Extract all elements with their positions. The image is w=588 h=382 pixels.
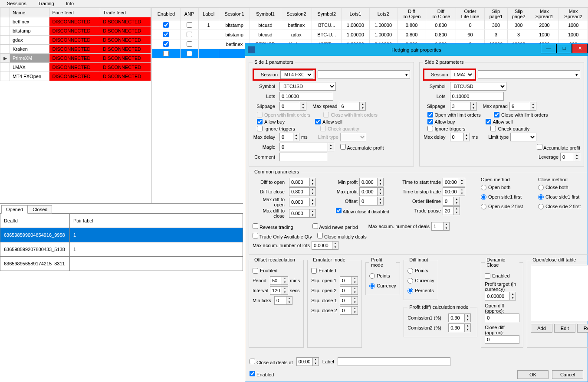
- di-percents-radio[interactable]: Percents: [407, 286, 434, 295]
- ok-button[interactable]: OK: [517, 370, 549, 379]
- grid-col[interactable]: Session2: [281, 8, 312, 20]
- close-all-chk[interactable]: Close all deals at: [250, 359, 293, 365]
- deal-id[interactable]: 636598599207800433_5138: [0, 242, 70, 257]
- em-sc1-input[interactable]: ▲▼: [340, 296, 358, 305]
- close-all-input[interactable]: ▲▼: [296, 357, 319, 366]
- grid-anp[interactable]: [180, 30, 198, 39]
- side1-delay-input[interactable]: ▲▼: [279, 133, 299, 141]
- side2-session-select[interactable]: LMAX: [451, 70, 473, 79]
- grid-col[interactable]: OrderLifeTime: [456, 8, 485, 20]
- close-s1-radio[interactable]: Close side1 first: [538, 193, 588, 201]
- side2-accum-chk[interactable]: Accumulate profit: [537, 144, 580, 150]
- dc-close-diff-input[interactable]: [485, 335, 519, 344]
- side2-lots-input[interactable]: [450, 92, 504, 101]
- or-period-input[interactable]: ▲▼: [270, 276, 288, 285]
- grid-anp[interactable]: [180, 20, 198, 30]
- row-indicator[interactable]: [0, 26, 10, 36]
- side2-delay-input[interactable]: ▲▼: [450, 133, 470, 141]
- side1-comment-input[interactable]: [279, 153, 327, 161]
- side1-allow-sell-chk[interactable]: Allow sell: [315, 119, 342, 124]
- or-enabled-chk[interactable]: Enabled: [253, 266, 300, 275]
- grid-label[interactable]: [198, 30, 219, 39]
- side1-slip-input[interactable]: ▲▼: [279, 102, 306, 111]
- maxp-input[interactable]: ▲▼: [359, 187, 384, 196]
- session-name[interactable]: MT4 FXOpen: [10, 72, 49, 81]
- grid-enabled[interactable]: [152, 39, 180, 49]
- side1-accum-chk[interactable]: Accumulate profit: [340, 144, 384, 150]
- maximize-button[interactable]: □: [556, 44, 572, 53]
- row-indicator[interactable]: ▶: [0, 54, 10, 63]
- session-name[interactable]: bitstamp: [10, 26, 49, 36]
- close-button[interactable]: ✕: [572, 44, 588, 53]
- close-mult-chk[interactable]: Close multiply deals: [317, 233, 367, 239]
- dt-add-button[interactable]: Add: [531, 324, 552, 333]
- side2-session2-select[interactable]: ▾: [478, 70, 581, 79]
- side1-lots-input[interactable]: [279, 92, 333, 101]
- side2-ignore-trig-chk[interactable]: Ignore triggers: [427, 126, 466, 131]
- enabled-chk[interactable]: Enabled: [250, 372, 274, 377]
- avoid-news-chk[interactable]: Avoid news period: [312, 223, 358, 230]
- side1-ignore-trig-chk[interactable]: Ignore triggers: [257, 126, 295, 131]
- tst-input[interactable]: ▲▼: [443, 178, 465, 186]
- olt-input[interactable]: ▲▼: [443, 197, 460, 206]
- session-name[interactable]: gdax: [10, 36, 49, 45]
- close-s2-radio[interactable]: Close side 2 first: [538, 202, 588, 211]
- deal-pair[interactable]: 1: [70, 242, 243, 257]
- mdtc-input[interactable]: ▲▼: [289, 209, 316, 218]
- trade-only-chk[interactable]: Trade Only Available Qty: [253, 233, 312, 239]
- menu-info[interactable]: Info: [61, 0, 79, 7]
- deal-id[interactable]: 636598599004854916_9958: [0, 228, 70, 242]
- row-indicator[interactable]: [0, 63, 10, 72]
- grid-col[interactable]: MaxSpread1: [530, 8, 559, 20]
- menu-trading[interactable]: Trading: [33, 0, 59, 7]
- deal-pair[interactable]: 1: [70, 228, 243, 242]
- open-s1-radio[interactable]: Open side1 first: [481, 193, 533, 201]
- row-indicator[interactable]: [0, 72, 10, 81]
- dto-input[interactable]: ▲▼: [289, 178, 316, 186]
- side2-slip-input[interactable]: ▲▼: [450, 102, 477, 111]
- side2-spread-input[interactable]: ▲▼: [509, 102, 536, 111]
- side2-allow-sell-chk[interactable]: Allow sell: [486, 119, 513, 124]
- side2-close-limit-chk[interactable]: Close with limit orders: [494, 112, 548, 118]
- side1-symbol-select[interactable]: BTCUSD: [279, 82, 336, 91]
- grid-enabled[interactable]: [152, 30, 180, 39]
- side2-leverage-input[interactable]: ▲▼: [560, 153, 580, 161]
- dt-edit-button[interactable]: Edit: [554, 324, 575, 333]
- grid-col[interactable]: DiffTo Close: [426, 8, 456, 20]
- session-name[interactable]: PrimeXM: [10, 54, 49, 63]
- dc-enabled-chk[interactable]: Enabled: [485, 271, 519, 280]
- row-indicator[interactable]: [0, 17, 10, 26]
- pc-c1-input[interactable]: ▲▼: [448, 313, 471, 322]
- side2-open-limit-chk[interactable]: Open with limit orders: [427, 112, 481, 118]
- col-price[interactable]: Price feed: [49, 8, 100, 17]
- side1-magic-input[interactable]: ▲▼: [279, 143, 334, 151]
- grid-label[interactable]: [198, 49, 219, 59]
- label-input[interactable]: [338, 357, 450, 366]
- em-sc2-input[interactable]: ▲▼: [340, 306, 358, 315]
- pc-c2-input[interactable]: ▲▼: [448, 323, 471, 332]
- dt-remove-button[interactable]: Remove: [577, 324, 588, 333]
- allow-close-dis-chk[interactable]: Allow close if disabled: [336, 208, 389, 214]
- grid-col[interactable]: Lots1: [342, 8, 369, 20]
- offset-input[interactable]: ▲▼: [359, 197, 384, 206]
- side1-allow-buy-chk[interactable]: Allow buy: [257, 119, 285, 124]
- deal-id[interactable]: 636598956589174215_8311: [0, 257, 70, 271]
- tab-closed[interactable]: Closed: [28, 205, 52, 214]
- col-trade[interactable]: Trade feed: [100, 8, 151, 17]
- grid-enabled[interactable]: [152, 20, 180, 30]
- side2-limit-type-select[interactable]: [510, 133, 536, 141]
- close-both-radio[interactable]: Close both: [538, 183, 588, 192]
- or-minticks-input[interactable]: ▲▼: [274, 296, 292, 305]
- menu-sessions[interactable]: Sessions: [2, 0, 32, 7]
- grid-col[interactable]: Slippage1: [485, 8, 507, 20]
- em-so2-input[interactable]: ▲▼: [340, 286, 358, 295]
- grid-col[interactable]: Enabled: [152, 8, 180, 20]
- deal-pair[interactable]: [70, 257, 243, 271]
- max-deals-input[interactable]: ▲▼: [431, 222, 450, 231]
- max-lots-input[interactable]: ▲▼: [312, 241, 338, 250]
- side1-session2-select[interactable]: ▾: [318, 70, 410, 79]
- session-name[interactable]: Kraken: [10, 45, 49, 54]
- grid-anp[interactable]: [180, 39, 198, 49]
- di-currency-radio[interactable]: Currency: [407, 276, 434, 285]
- tab-opened[interactable]: Opened: [1, 205, 28, 214]
